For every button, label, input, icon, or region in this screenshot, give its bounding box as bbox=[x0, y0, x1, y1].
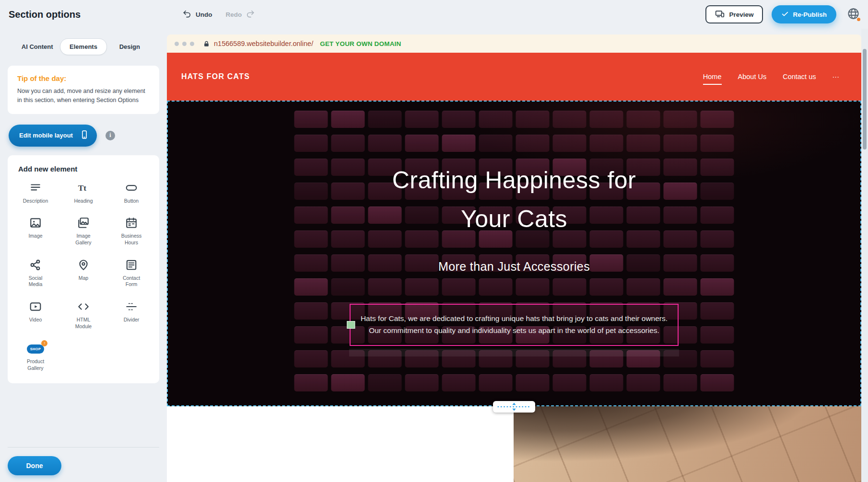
element-product-gallery[interactable]: SHOP↑Product Gallery bbox=[12, 342, 59, 371]
element-video[interactable]: Video bbox=[12, 300, 59, 330]
element-contact-form[interactable]: Contact Form bbox=[107, 259, 155, 288]
element-map[interactable]: Map bbox=[59, 259, 107, 288]
element-image[interactable]: Image bbox=[12, 217, 59, 246]
sidebar-footer: Done bbox=[8, 447, 159, 482]
product-gallery-icon: SHOP↑ bbox=[27, 342, 44, 355]
topbar-actions: Preview Re-Publish bbox=[705, 5, 861, 23]
next-section-blank bbox=[167, 406, 514, 482]
done-button[interactable]: Done bbox=[8, 456, 61, 475]
button-icon bbox=[125, 182, 138, 194]
sidebar: AI Content Elements Design Tip of the da… bbox=[0, 29, 167, 482]
republish-button[interactable]: Re-Publish bbox=[772, 5, 836, 23]
shop-badge: SHOP bbox=[27, 344, 44, 354]
site-nav: HomeAbout UsContact us··· bbox=[703, 73, 839, 80]
undo-icon bbox=[182, 9, 192, 20]
contact-form-icon bbox=[125, 259, 138, 271]
nav-about-us[interactable]: About Us bbox=[738, 73, 767, 80]
element-html-module[interactable]: HTML Module bbox=[59, 300, 107, 330]
element-label: Map bbox=[79, 275, 88, 282]
element-label: Image bbox=[28, 233, 42, 240]
element-heading[interactable]: TtHeading bbox=[59, 182, 107, 205]
topbar: Section options Undo Redo Preview Re-Pub… bbox=[0, 0, 868, 29]
phone-icon bbox=[80, 130, 89, 141]
hero-section[interactable]: Crafting Happiness for Your Cats More th… bbox=[167, 101, 861, 406]
window-dots bbox=[175, 42, 194, 46]
redo-icon bbox=[246, 9, 255, 20]
tab-elements[interactable]: Elements bbox=[60, 38, 106, 55]
preview-label: Preview bbox=[729, 11, 753, 18]
undo-button[interactable]: Undo bbox=[182, 9, 212, 20]
edit-mobile-label: Edit mobile layout bbox=[19, 132, 73, 139]
scrollbar-thumb[interactable] bbox=[863, 49, 867, 149]
info-icon[interactable]: i bbox=[106, 131, 115, 140]
element-label: HTML Module bbox=[70, 317, 97, 330]
tip-title: Tip of the day: bbox=[17, 74, 150, 82]
site-header: HATS FOR CATS HomeAbout UsContact us··· bbox=[167, 53, 861, 101]
panel-tabs: AI Content Elements Design bbox=[14, 38, 152, 55]
social-media-icon bbox=[29, 259, 42, 271]
video-icon bbox=[29, 300, 42, 313]
divider-icon bbox=[125, 300, 138, 313]
edit-mobile-layout-button[interactable]: Edit mobile layout bbox=[9, 125, 97, 147]
redo-label: Redo bbox=[226, 11, 242, 18]
image-gallery-icon bbox=[77, 217, 90, 229]
element-label: Heading bbox=[74, 198, 93, 205]
get-domain-link[interactable]: GET YOUR OWN DOMAIN bbox=[320, 40, 401, 47]
element-label: Business Hours bbox=[117, 233, 145, 246]
redo-button[interactable]: Redo bbox=[226, 9, 256, 20]
element-button[interactable]: Button bbox=[107, 182, 155, 205]
drag-ghost-strip bbox=[349, 349, 679, 356]
hero-title[interactable]: Crafting Happiness for Your Cats bbox=[167, 161, 861, 239]
site-canvas: HATS FOR CATS HomeAbout UsContact us··· … bbox=[167, 53, 861, 482]
hero-title-line1: Crafting Happiness for bbox=[392, 167, 636, 194]
undo-label: Undo bbox=[196, 11, 212, 18]
hero-paragraph: Hats for Cats, we are dedicated to craft… bbox=[355, 313, 673, 337]
element-divider[interactable]: Divider bbox=[107, 300, 155, 330]
divider-line bbox=[8, 447, 159, 448]
browser-bar: n1566589.websitebuilder.online/ GET YOUR… bbox=[167, 34, 861, 53]
preview-button[interactable]: Preview bbox=[705, 5, 763, 23]
html-module-icon bbox=[77, 300, 90, 313]
nav-contact-us[interactable]: Contact us bbox=[783, 73, 816, 80]
notification-dot bbox=[857, 18, 860, 21]
element-label: Product Gallery bbox=[22, 358, 49, 371]
hero-title-line2: Your Cats bbox=[461, 206, 567, 232]
undo-redo-group: Undo Redo bbox=[182, 0, 255, 29]
next-section-row bbox=[167, 406, 861, 482]
selected-text-element[interactable]: Hats for Cats, we are dedicated to craft… bbox=[350, 304, 679, 346]
map-icon bbox=[77, 259, 90, 271]
heading-icon: Tt bbox=[77, 182, 90, 194]
devices-icon bbox=[715, 9, 725, 20]
site-logo[interactable]: HATS FOR CATS bbox=[181, 72, 250, 81]
nav-home[interactable]: Home bbox=[703, 73, 722, 80]
resize-arrows-icon bbox=[495, 402, 533, 412]
element-label: Image Gallery bbox=[70, 233, 97, 246]
editor-canvas-area: n1566589.websitebuilder.online/ GET YOUR… bbox=[167, 34, 861, 482]
tab-ai-content[interactable]: AI Content bbox=[14, 38, 60, 55]
element-social-media[interactable]: Social Media bbox=[12, 259, 59, 288]
nav-more[interactable]: ··· bbox=[833, 73, 840, 80]
element-image-gallery[interactable]: Image Gallery bbox=[59, 217, 107, 246]
element-description[interactable]: Description bbox=[12, 182, 59, 205]
site-url[interactable]: n1566589.websitebuilder.online/ bbox=[214, 40, 313, 47]
business-hours-icon bbox=[125, 217, 138, 229]
tab-design[interactable]: Design bbox=[107, 38, 152, 55]
resize-handle-left[interactable] bbox=[347, 321, 355, 329]
tip-body: Now you can add, move and resize any ele… bbox=[17, 87, 150, 105]
tip-card: Tip of the day: Now you can add, move an… bbox=[8, 66, 159, 114]
page-title: Section options bbox=[9, 9, 81, 20]
element-grid: DescriptionTtHeadingButtonImageImage Gal… bbox=[12, 182, 155, 372]
lock-icon bbox=[203, 40, 210, 47]
hero-subtitle[interactable]: More than Just Accessories bbox=[167, 260, 861, 274]
image-icon bbox=[29, 217, 42, 229]
section-resize-handle[interactable] bbox=[493, 401, 535, 413]
svg-text:Tt: Tt bbox=[78, 184, 87, 193]
next-section-image[interactable] bbox=[514, 406, 861, 482]
element-label: Video bbox=[29, 317, 42, 323]
language-globe-button[interactable] bbox=[845, 6, 861, 23]
element-label: Description bbox=[23, 198, 48, 205]
element-label: Social Media bbox=[22, 275, 49, 288]
hero-overlay: Crafting Happiness for Your Cats More th… bbox=[167, 101, 861, 406]
add-element-title: Add new element bbox=[18, 165, 155, 173]
element-business-hours[interactable]: Business Hours bbox=[107, 217, 155, 246]
